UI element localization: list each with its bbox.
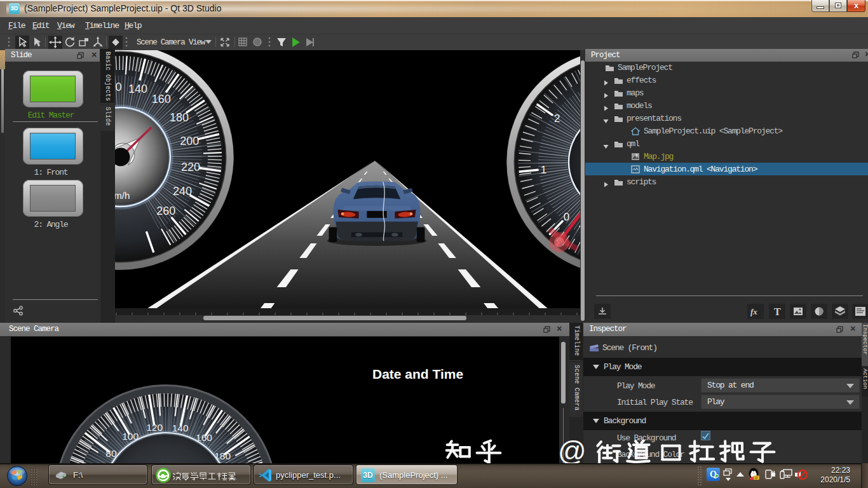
- svg-text:Date and Time: Date and Time: [372, 367, 463, 381]
- svg-text:2: 2: [554, 112, 560, 125]
- svg-text:240: 240: [173, 185, 192, 198]
- svg-text:160: 160: [152, 93, 171, 105]
- svg-text:..: ..: [234, 474, 236, 481]
- svg-text:200: 200: [180, 135, 199, 147]
- svg-text:140: 140: [128, 83, 147, 95]
- svg-text:fx: fx: [750, 307, 757, 316]
- svg-text:260: 260: [156, 205, 175, 217]
- svg-text:T: T: [774, 306, 781, 317]
- svg-text:1: 1: [541, 164, 546, 176]
- svg-text:220: 220: [181, 161, 200, 173]
- svg-text:180: 180: [170, 111, 189, 124]
- svg-text:0: 0: [564, 211, 569, 223]
- svg-text:120: 120: [115, 81, 122, 93]
- svg-text:km/h: km/h: [115, 190, 130, 201]
